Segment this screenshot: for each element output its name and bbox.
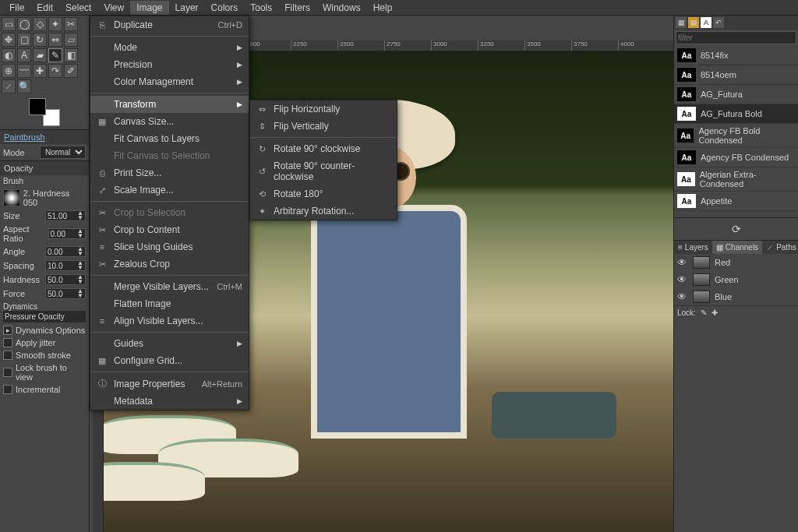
tool-bucket[interactable]: ▰	[33, 48, 47, 62]
tool-free-select[interactable]: ◇	[33, 17, 47, 31]
image-menu-print-size-[interactable]: ⎙Print Size...	[90, 164, 249, 181]
fg-bg-colors[interactable]	[29, 98, 60, 126]
opt-spinner-force[interactable]: 50.0▲▼	[45, 288, 86, 299]
image-menu-crop-to-content[interactable]: ✂Crop to Content	[90, 221, 249, 238]
image-menu-metadata[interactable]: Metadata▶	[90, 393, 249, 410]
tool-text[interactable]: A	[17, 48, 31, 62]
image-menu-image-properties[interactable]: ⓘImage PropertiesAlt+Return	[90, 375, 249, 393]
tab-icon-fonts[interactable]: A	[701, 17, 711, 28]
font-item-8514oem[interactable]: Aa8514oem	[674, 65, 798, 85]
image-menu-transform[interactable]: Transform▶	[90, 96, 249, 113]
tool-flip[interactable]: ⇔	[48, 33, 62, 47]
transform-menu-rotate-90-counter-clockwise[interactable]: ↺Rotate 90° counter-clockwise	[250, 157, 397, 185]
menu-tools[interactable]: Tools	[244, 1, 278, 15]
mode-select[interactable]: Normal	[40, 146, 86, 159]
font-item-ag-futura[interactable]: AaAG_Futura	[674, 85, 798, 104]
tool-picker[interactable]: ✐	[64, 64, 78, 78]
lock-pixel-icon[interactable]: ✎	[701, 308, 707, 317]
font-item-ag-futura-bold[interactable]: AaAG_Futura Bold	[674, 104, 798, 124]
menu-edit[interactable]: Edit	[30, 1, 59, 15]
check-dynamics-options[interactable]: ▸	[3, 326, 12, 335]
tool-zoom[interactable]: 🔍	[17, 79, 31, 93]
font-item-8514fix[interactable]: Aa8514fix	[674, 46, 798, 65]
opt-spinner-angle[interactable]: 0.00▲▼	[45, 246, 86, 257]
transform-menu-arbitrary-rotation-[interactable]: ✦Arbitrary Rotation...	[250, 203, 397, 220]
tool-clone[interactable]: ⊕	[2, 64, 16, 78]
font-filter-input[interactable]	[676, 31, 796, 44]
tab-icon-history[interactable]: ↶	[713, 17, 724, 28]
eye-icon[interactable]: 👁	[677, 291, 688, 302]
image-menu-fit-canvas-to-layers[interactable]: Fit Canvas to Layers	[90, 130, 249, 147]
menu-item-icon: ⟲	[256, 189, 267, 199]
dynamics-value[interactable]: Pressure Opacity	[3, 311, 86, 322]
transform-menu-flip-vertically[interactable]: ⇕Flip Vertically	[250, 118, 397, 135]
image-menu-duplicate[interactable]: ⎘DuplicateCtrl+D	[90, 16, 249, 33]
tool-path[interactable]: ↷	[48, 64, 62, 78]
eye-icon[interactable]: 👁	[677, 274, 688, 285]
opt-spinner-hardness[interactable]: 50.0▲▼	[45, 274, 86, 285]
image-menu-zealous-crop[interactable]: ✂Zealous Crop	[90, 255, 249, 273]
tool-fuzzy-select[interactable]: ✦	[48, 17, 62, 31]
tab-channels[interactable]: ▦Channels	[712, 241, 762, 254]
font-item-algerian-extra-condensed[interactable]: AaAlgerian Extra-Condensed	[674, 167, 798, 192]
tool-paintbrush[interactable]: ✎	[48, 48, 62, 62]
eye-icon[interactable]: 👁	[677, 257, 688, 268]
fg-color-swatch[interactable]	[29, 98, 46, 115]
tool-smudge[interactable]: 〰	[17, 64, 31, 78]
menu-windows[interactable]: Windows	[316, 1, 367, 15]
image-menu-scale-image-[interactable]: ⤢Scale Image...	[90, 181, 249, 199]
menu-help[interactable]: Help	[367, 1, 399, 15]
menu-file[interactable]: File	[3, 1, 30, 15]
image-menu-merge-visible-layers-[interactable]: Merge Visible Layers...Ctrl+M	[90, 278, 249, 295]
check-lock-brush-to-view[interactable]	[3, 368, 12, 377]
brush-swatch[interactable]	[3, 189, 20, 206]
transform-menu-rotate-180-[interactable]: ⟲Rotate 180°	[250, 185, 397, 203]
menu-image[interactable]: Image	[130, 1, 168, 15]
refresh-icon[interactable]: ⟳	[732, 223, 741, 235]
tab-layers[interactable]: ≡Layers	[674, 241, 712, 254]
font-item-agency-fb-bold-condensed[interactable]: AaAgency FB Bold Condensed	[674, 124, 798, 148]
tool-measure[interactable]: ⟋	[2, 79, 16, 93]
tool-rect[interactable]: ▢	[17, 33, 31, 47]
tool-rect-select[interactable]: ▭	[2, 17, 16, 31]
tab-icon-brushes[interactable]: ▦	[676, 17, 687, 28]
menu-layer[interactable]: Layer	[169, 1, 205, 15]
tool-heal[interactable]: ✚	[33, 64, 47, 78]
image-menu-flatten-image[interactable]: Flatten Image	[90, 295, 249, 312]
opt-spinner-aspect-ratio[interactable]: 0.00▲▼	[48, 228, 86, 239]
transform-menu-rotate-90-clockwise[interactable]: ↻Rotate 90° clockwise	[250, 140, 397, 157]
menu-colors[interactable]: Colors	[205, 1, 245, 15]
tool-move[interactable]: ✥	[2, 33, 16, 47]
check-incremental[interactable]	[3, 385, 12, 394]
tool-eraser[interactable]: ◧	[64, 48, 78, 62]
image-menu-guides[interactable]: Guides▶	[90, 335, 249, 352]
transform-menu-flip-horizontally[interactable]: ⇔Flip Horizontally	[250, 100, 397, 118]
image-menu-color-management[interactable]: Color Management▶	[90, 73, 249, 90]
tab-icon-patterns[interactable]: ▦	[688, 17, 699, 28]
check-smooth-stroke[interactable]	[3, 351, 12, 360]
channel-blue[interactable]: 👁Blue	[674, 288, 798, 305]
image-menu-configure-grid-[interactable]: ▦Configure Grid...	[90, 352, 249, 369]
tool-perspective[interactable]: ▱	[64, 33, 78, 47]
channel-red[interactable]: 👁Red	[674, 254, 798, 271]
image-menu-canvas-size-[interactable]: ▦Canvas Size...	[90, 113, 249, 130]
tool-crop[interactable]: ✂	[64, 17, 78, 31]
check-apply-jitter[interactable]	[3, 338, 12, 347]
menu-filters[interactable]: Filters	[278, 1, 316, 15]
opt-spinner-spacing[interactable]: 10.0▲▼	[45, 260, 86, 271]
tab-paths[interactable]: ⟋Paths	[762, 241, 798, 254]
opt-spinner-size[interactable]: 51.00▲▼	[45, 210, 86, 221]
tool-rotate[interactable]: ↻	[33, 33, 47, 47]
channel-green[interactable]: 👁Green	[674, 271, 798, 288]
menu-view[interactable]: View	[97, 1, 130, 15]
image-menu-mode[interactable]: Mode▶	[90, 39, 249, 56]
font-item-appetite[interactable]: AaAppetite	[674, 192, 798, 211]
image-menu-precision[interactable]: Precision▶	[90, 56, 249, 73]
font-item-agency-fb-condensed[interactable]: AaAgency FB Condensed	[674, 148, 798, 167]
image-menu-align-visible-layers-[interactable]: ≡Align Visible Layers...	[90, 312, 249, 329]
tool-warp[interactable]: ◐	[2, 48, 16, 62]
menu-select[interactable]: Select	[59, 1, 97, 15]
tool-ellipse-select[interactable]: ◯	[17, 17, 31, 31]
image-menu-slice-using-guides[interactable]: ≡Slice Using Guides	[90, 238, 249, 255]
lock-position-icon[interactable]: ✚	[711, 308, 718, 317]
